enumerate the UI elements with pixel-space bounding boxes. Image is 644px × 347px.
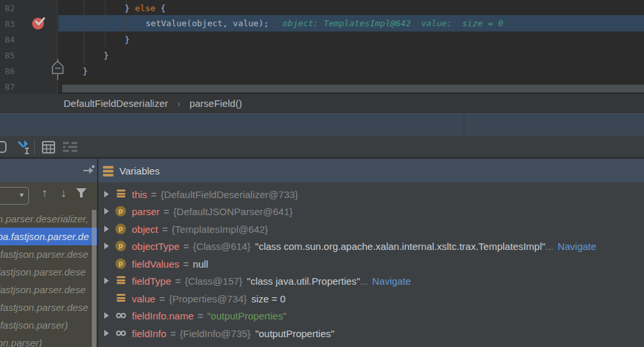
- stack-frame-item[interactable]: fastjson.parser.dese: [0, 263, 97, 281]
- show-execution-point-icon[interactable]: [83, 165, 95, 177]
- variable-name: fieldType: [132, 276, 171, 287]
- variable-name: parser: [132, 206, 160, 217]
- variable-ref: {Class@614}: [193, 241, 251, 252]
- variable-row-fieldtype[interactable]: fieldType={Class@157}"class java.util.Pr…: [98, 272, 644, 289]
- equals-sign: =: [155, 293, 169, 304]
- variable-row-fieldvalues[interactable]: p fieldValues=null: [98, 255, 644, 272]
- variable-value: null: [193, 258, 208, 270]
- value-icon: [115, 189, 126, 199]
- code-line-85[interactable]: }: [104, 48, 109, 64]
- navigate-link[interactable]: Navigate: [372, 276, 411, 287]
- variable-string-value: "class java.util.Properties": [247, 276, 360, 287]
- variable-string-value: "outputProperties": [255, 328, 334, 339]
- code-line-86[interactable]: }: [83, 64, 88, 79]
- tab-strip-divider: [464, 114, 464, 136]
- code-line-82[interactable]: } else {: [125, 1, 166, 16]
- variables-panel: this={DefaultFieldDeserializer@733} p pa…: [98, 182, 644, 347]
- stack-frame-item[interactable]: .fastjson.parser.dese: [0, 245, 97, 263]
- jump-to-cursor-icon[interactable]: [17, 140, 31, 157]
- breadcrumb-method[interactable]: parseField(): [190, 98, 242, 109]
- code-statement: setValue(object, value);: [146, 18, 269, 28]
- variable-row-parser[interactable]: p parser={DefaultJSONParser@641}: [98, 203, 644, 220]
- debugger-content: ▾ ↑ ↓ n.parser.deserializer, ba.fastjson…: [0, 182, 644, 347]
- line-number: 87: [5, 79, 31, 95]
- frame-up-button[interactable]: ↑: [36, 184, 53, 201]
- equals-sign: =: [193, 310, 207, 321]
- expand-arrow-icon[interactable]: [104, 243, 109, 249]
- parameter-icon: p: [115, 241, 126, 251]
- expand-arrow-icon[interactable]: [104, 191, 109, 197]
- frame-down-button[interactable]: ↓: [55, 184, 72, 201]
- expand-arrow-icon[interactable]: [104, 312, 109, 319]
- variable-row-objecttype[interactable]: p objectType={Class@614}"class com.sun.o…: [98, 237, 644, 255]
- line-number: 82: [5, 1, 31, 16]
- stack-frame-item[interactable]: n.parser.deserializer,: [0, 210, 97, 228]
- indent-guide: [84, 0, 85, 64]
- parameter-icon: p: [115, 206, 126, 216]
- chevron-right-icon: ›: [168, 98, 190, 109]
- value-icon: [115, 293, 126, 304]
- frames-panel: ▾ ↑ ↓ n.parser.deserializer, ba.fastjson…: [0, 182, 97, 347]
- variable-ref: {Class@157}: [185, 276, 243, 287]
- code-editor[interactable]: 82 83 84 85 86 87 } else { setValue(obje…: [0, 0, 644, 94]
- horizontal-scrollbar[interactable]: [62, 85, 644, 92]
- evaluate-expression-icon[interactable]: [42, 141, 55, 156]
- frames-scrollbar[interactable]: [92, 210, 96, 347]
- line-number: 84: [5, 32, 31, 48]
- variable-value: size = 0: [251, 293, 285, 304]
- equals-sign: =: [167, 328, 180, 339]
- clipped-toolbar-icon[interactable]: [0, 140, 7, 156]
- line-number: 86: [5, 64, 31, 79]
- filter-frames-icon[interactable]: [75, 187, 87, 201]
- line-number: 83: [5, 16, 31, 32]
- expand-arrow-icon[interactable]: [104, 277, 109, 284]
- equals-sign: =: [179, 258, 193, 270]
- stack-frame-item[interactable]: fastjson.parser.dese: [0, 281, 97, 298]
- variable-name: fieldValues: [132, 258, 179, 270]
- variable-row-this[interactable]: this={DefaultFieldDeserializer@733}: [98, 186, 644, 203]
- equals-sign: =: [171, 276, 185, 287]
- expand-arrow-icon[interactable]: [104, 226, 109, 232]
- stack-frame-item[interactable]: on.parser): [0, 334, 97, 347]
- stack-frame-item[interactable]: .fastjson.parser): [0, 316, 97, 334]
- navigate-link[interactable]: Navigate: [557, 241, 596, 252]
- code-line-83[interactable]: setValue(object, value);object: Template…: [146, 16, 503, 31]
- variable-ref: {DefaultJSONParser@641}: [173, 206, 292, 217]
- breakpoint-icon[interactable]: [31, 16, 46, 30]
- expand-arrow-icon[interactable]: [104, 208, 109, 214]
- code-brace: {: [155, 3, 166, 13]
- stack-frame-item-selected[interactable]: ba.fastjson.parser.de: [0, 228, 97, 245]
- line-number: 85: [5, 48, 31, 64]
- variable-name: objectType: [132, 241, 180, 252]
- variable-string-value: "outputProperties": [207, 310, 287, 321]
- watch-icon: [115, 328, 126, 338]
- variable-row-object[interactable]: p object={TemplatesImpl@642}: [98, 220, 644, 237]
- watch-row-fieldinfo-name[interactable]: fieldInfo.name="outputProperties": [98, 307, 644, 324]
- variable-name: object: [132, 224, 158, 235]
- variable-ref: {Properties@734}: [169, 293, 247, 304]
- expand-arrow-icon[interactable]: [104, 330, 109, 337]
- chevron-down-icon: ▾: [20, 190, 24, 199]
- stack-frame-item[interactable]: .fastjson.parser.dese: [0, 298, 97, 316]
- value-icon: [115, 276, 126, 286]
- watch-icon: [115, 310, 126, 321]
- fold-marker-icon[interactable]: [50, 59, 66, 80]
- breadcrumb-class[interactable]: DefaultFieldDeserializer: [64, 98, 168, 109]
- code-brace: }: [125, 35, 130, 45]
- layout-settings-icon[interactable]: [63, 142, 77, 155]
- parameter-icon: p: [115, 224, 126, 234]
- thread-selector-dropdown[interactable]: ▾: [0, 187, 29, 205]
- variable-name: fieldInfo.name: [132, 310, 193, 321]
- variable-row-value[interactable]: value={Properties@734}size = 0: [98, 290, 644, 307]
- editor-gutter[interactable]: 82 83 84 85 86 87: [0, 0, 58, 94]
- variables-panel-icon: [103, 166, 113, 178]
- code-line-84[interactable]: }: [125, 32, 130, 48]
- variable-ref: {TemplatesImpl@642}: [172, 224, 268, 235]
- code-brace: }: [125, 3, 135, 13]
- equals-sign: =: [180, 241, 193, 252]
- debugger-toolbar: [0, 136, 644, 158]
- watch-row-fieldinfo[interactable]: fieldInfo={FieldInfo@735}"outputProperti…: [98, 325, 644, 342]
- ide-debugger-window: 82 83 84 85 86 87 } else { setValue(obje…: [0, 0, 644, 347]
- frames-toolbar: ▾ ↑ ↓: [0, 182, 97, 210]
- code-brace: }: [104, 51, 109, 60]
